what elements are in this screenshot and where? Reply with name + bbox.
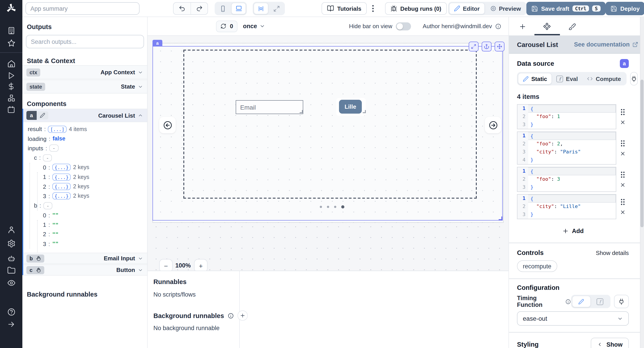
delete-item-button[interactable] xyxy=(620,150,626,156)
ai-bot-icon[interactable] xyxy=(0,253,22,264)
home-icon[interactable] xyxy=(0,58,22,69)
mobile-view-button[interactable] xyxy=(216,3,230,14)
drag-handle-icon[interactable] xyxy=(620,108,625,115)
redo-button[interactable] xyxy=(190,3,208,14)
timing-function-select[interactable]: ease-out xyxy=(517,311,629,326)
user-icon[interactable] xyxy=(0,224,22,235)
add-background-runnable-button[interactable] xyxy=(238,310,248,321)
panel-scrollbar[interactable] xyxy=(640,17,644,348)
favorites-star-icon[interactable] xyxy=(0,38,22,48)
folders-icon[interactable] xyxy=(0,265,22,276)
tree-expand-chip[interactable]: - xyxy=(44,202,52,209)
variables-dollar-icon[interactable] xyxy=(0,81,22,92)
output-tree-row[interactable]: b:- xyxy=(22,201,147,210)
output-tree-row[interactable]: 3:"" xyxy=(22,239,147,249)
app-summary-input[interactable] xyxy=(26,2,140,15)
save-draft-button[interactable]: Save draft Ctrl S xyxy=(526,2,605,15)
carousel-next-button[interactable] xyxy=(485,117,501,133)
lille-button-component[interactable]: Lille xyxy=(339,100,362,114)
editor-tab[interactable]: Editor xyxy=(449,3,484,14)
deploy-button[interactable]: Deploy xyxy=(606,2,644,15)
desktop-view-button[interactable] xyxy=(231,3,246,14)
tree-expand-chip[interactable]: - xyxy=(43,154,52,162)
debug-runs-button[interactable]: Debug runs (0) xyxy=(385,2,446,15)
output-tree-row[interactable]: result:[...]4 items xyxy=(22,124,147,134)
output-tree-row[interactable]: 1:"" xyxy=(22,220,147,230)
tree-expand-chip[interactable]: {...} xyxy=(52,183,71,190)
carousel-prev-button[interactable] xyxy=(159,117,176,133)
component-c-row[interactable]: c Button xyxy=(22,264,147,276)
collapse-arrow-right-icon[interactable] xyxy=(0,319,22,330)
output-tree-row[interactable]: 1:{...}2 keys xyxy=(22,172,147,182)
show-details-link[interactable]: Show details xyxy=(596,249,629,256)
move-component-button[interactable] xyxy=(495,42,504,52)
email-input-component[interactable]: Email xyxy=(236,100,303,114)
app-canvas[interactable]: a Email Lille xyxy=(148,36,508,270)
zoom-out-button[interactable]: − xyxy=(159,259,173,270)
anchor-component-button[interactable] xyxy=(482,42,492,52)
tree-expand-chip[interactable]: [...] xyxy=(48,126,67,132)
tree-expand-chip[interactable]: {...} xyxy=(52,164,71,171)
workspace-building-icon[interactable] xyxy=(0,25,22,36)
output-tree-row[interactable]: loading:false xyxy=(22,134,147,144)
tree-expand-chip[interactable]: - xyxy=(50,145,58,152)
output-tree-row[interactable]: 2:"" xyxy=(22,230,147,239)
tutorials-button[interactable]: Tutorials xyxy=(322,2,367,15)
component-settings-tab[interactable] xyxy=(537,17,557,36)
email-resize-handle[interactable] xyxy=(300,110,303,113)
ctx-row[interactable]: ctx App Context xyxy=(22,65,147,79)
help-icon[interactable] xyxy=(0,306,22,317)
component-b-row[interactable]: b Email Input xyxy=(22,253,147,264)
runs-play-icon[interactable] xyxy=(0,70,22,81)
timing-plug-button[interactable] xyxy=(614,295,629,308)
static-mode-button[interactable]: Static xyxy=(518,73,552,84)
output-tree-row[interactable]: 2:{...}2 keys xyxy=(22,182,147,192)
component-a-tab[interactable]: a xyxy=(152,40,162,46)
item-json-editor[interactable]: 1{2 "city": "Lille"3} xyxy=(517,194,616,219)
carousel-dot[interactable] xyxy=(320,206,322,208)
insert-component-tab[interactable] xyxy=(512,17,532,36)
schedules-calendar-icon[interactable] xyxy=(0,104,22,115)
compute-mode-button[interactable]: Compute xyxy=(582,73,626,84)
scrollbar-thumb[interactable] xyxy=(640,80,644,227)
full-width-button[interactable] xyxy=(269,3,284,14)
state-row[interactable]: state State xyxy=(22,80,147,94)
drag-handle-icon[interactable] xyxy=(620,171,625,178)
resources-boxes-icon[interactable] xyxy=(0,92,22,103)
audit-eye-icon[interactable] xyxy=(0,277,22,288)
output-tree-row[interactable]: 0:"" xyxy=(22,210,147,220)
carousel-dot[interactable] xyxy=(334,206,336,208)
eval-mode-button[interactable]: f Eval xyxy=(552,73,582,84)
delete-item-button[interactable] xyxy=(620,119,626,125)
center-content-button[interactable] xyxy=(254,3,268,14)
connect-plug-button[interactable] xyxy=(630,72,638,86)
zoom-in-button[interactable]: + xyxy=(194,259,208,270)
item-json-editor[interactable]: 1{2 "foo": 33} xyxy=(517,167,616,192)
styling-tab[interactable] xyxy=(562,17,582,36)
add-item-button[interactable]: Add xyxy=(553,226,593,236)
item-json-editor[interactable]: 1{2 "foo": 2,3 "city": "Paris"4} xyxy=(517,132,616,164)
expand-component-button[interactable] xyxy=(469,42,478,52)
search-outputs-input[interactable] xyxy=(26,35,144,48)
preview-tab[interactable]: Preview xyxy=(486,3,525,14)
recompute-button[interactable]: recompute xyxy=(517,260,557,272)
output-tree-row[interactable]: inputs:- xyxy=(22,144,147,153)
component-resize-corner[interactable] xyxy=(499,216,502,220)
settings-gear-icon[interactable] xyxy=(0,238,22,249)
tree-expand-chip[interactable]: {...} xyxy=(52,192,71,200)
more-menu-button[interactable] xyxy=(368,2,378,15)
see-documentation-link[interactable]: See documentation xyxy=(574,41,638,48)
button-resize-handle[interactable] xyxy=(363,110,366,113)
refresh-count-button[interactable]: 0 xyxy=(216,20,238,32)
undo-button[interactable] xyxy=(174,3,190,14)
windmill-logo-icon[interactable] xyxy=(0,0,22,17)
delete-item-button[interactable] xyxy=(620,209,626,215)
timing-eval-button[interactable]: f xyxy=(591,296,610,307)
output-tree-row[interactable]: c:- xyxy=(22,153,147,162)
rename-pencil-button[interactable] xyxy=(36,112,48,120)
tree-expand-chip[interactable]: {...} xyxy=(52,173,71,180)
output-tree-row[interactable]: 3:{...}2 keys xyxy=(22,191,147,201)
carousel-dot-active[interactable] xyxy=(341,205,344,208)
hide-bar-toggle[interactable] xyxy=(396,22,411,30)
delete-item-button[interactable] xyxy=(620,182,626,188)
